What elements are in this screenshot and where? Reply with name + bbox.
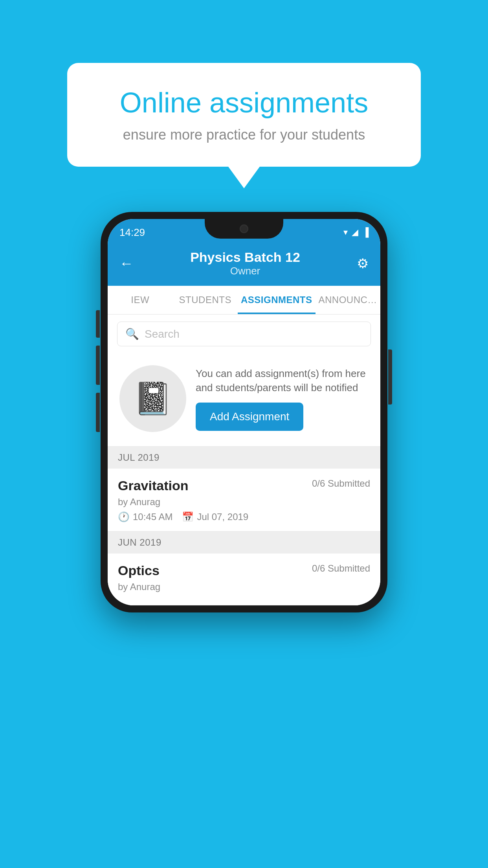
phone-frame: 14:29 ▾ ◢ ▐ ← Physics Batch 12 Owner ⚙ [101, 212, 387, 612]
promo-content: You can add assignment(s) from here and … [196, 366, 369, 431]
assignment-optics-top: Optics 0/6 Submitted [118, 563, 370, 578]
search-placeholder: Search [145, 328, 180, 340]
phone-notch [205, 219, 283, 239]
assignment-optics-by: by Anurag [118, 581, 370, 592]
speech-bubble: Online assignments ensure more practice … [67, 63, 421, 167]
volume-down-button [96, 346, 100, 385]
speech-bubble-subtitle: ensure more practice for your students [95, 127, 393, 143]
volume-up-button [96, 310, 100, 338]
header-subtitle: Owner [190, 265, 300, 277]
clock-icon: 🕐 [118, 511, 130, 522]
speech-bubble-container: Online assignments ensure more practice … [67, 63, 421, 188]
assignment-optics-submitted: 0/6 Submitted [312, 563, 370, 574]
assignment-time: 🕐 10:45 AM [118, 511, 172, 522]
tab-students[interactable]: STUDENTS [173, 286, 238, 314]
battery-icon: ▐ [362, 227, 369, 237]
phone-device: 14:29 ▾ ◢ ▐ ← Physics Batch 12 Owner ⚙ [101, 212, 387, 612]
status-time: 14:29 [119, 226, 145, 239]
search-bar[interactable]: 🔍 Search [117, 322, 371, 346]
assignment-date: 📅 Jul 07, 2019 [182, 511, 248, 522]
calendar-icon: 📅 [182, 511, 194, 522]
section-jun-2019: JUN 2019 [108, 531, 380, 554]
assignment-meta: 🕐 10:45 AM 📅 Jul 07, 2019 [118, 511, 370, 522]
section-jul-2019: JUL 2019 [108, 447, 380, 469]
speech-bubble-title: Online assignments [95, 86, 393, 119]
speech-bubble-tail [228, 167, 260, 188]
add-assignment-button[interactable]: Add Assignment [196, 403, 303, 431]
assignment-optics-name: Optics [118, 563, 160, 578]
app-header: ← Physics Batch 12 Owner ⚙ [108, 243, 380, 286]
phone-screen: 14:29 ▾ ◢ ▐ ← Physics Batch 12 Owner ⚙ [108, 219, 380, 605]
tab-assignments[interactable]: ASSIGNMENTS [238, 286, 316, 314]
header-center: Physics Batch 12 Owner [190, 250, 300, 277]
tab-announcements[interactable]: ANNOUNCEM… [316, 286, 380, 314]
search-container: 🔍 Search [108, 314, 380, 353]
settings-button[interactable]: ⚙ [357, 256, 369, 271]
assignment-submitted: 0/6 Submitted [312, 478, 370, 489]
search-icon: 🔍 [125, 327, 139, 340]
header-title: Physics Batch 12 [190, 250, 300, 265]
assignment-by: by Anurag [118, 497, 370, 508]
silent-button [96, 393, 100, 432]
assignment-optics[interactable]: Optics 0/6 Submitted by Anurag [108, 554, 380, 605]
signal-icon: ◢ [352, 227, 358, 237]
status-icons: ▾ ◢ ▐ [343, 227, 369, 237]
assignment-name: Gravitation [118, 478, 188, 493]
power-button [388, 349, 392, 405]
add-assignment-promo: 📓 You can add assignment(s) from here an… [108, 353, 380, 447]
wifi-icon: ▾ [343, 227, 348, 237]
tabs-bar: IEW STUDENTS ASSIGNMENTS ANNOUNCEM… [108, 286, 380, 314]
tab-iew[interactable]: IEW [108, 286, 173, 314]
notebook-icon: 📓 [133, 380, 172, 417]
front-camera [240, 224, 248, 233]
assignment-top: Gravitation 0/6 Submitted [118, 478, 370, 493]
back-button[interactable]: ← [119, 255, 134, 272]
promo-text: You can add assignment(s) from here and … [196, 366, 369, 395]
assignment-gravitation[interactable]: Gravitation 0/6 Submitted by Anurag 🕐 10… [108, 469, 380, 531]
promo-icon-circle: 📓 [119, 365, 186, 432]
